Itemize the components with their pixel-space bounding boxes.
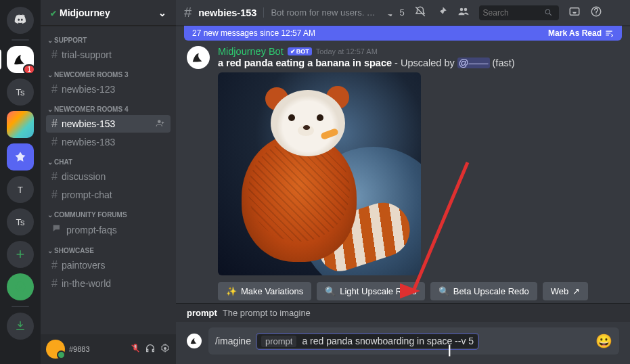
server-rainbow[interactable] (7, 111, 34, 138)
server-ts-1[interactable]: Ts (7, 78, 34, 106)
members-icon[interactable] (457, 5, 470, 20)
svg-point-1 (158, 120, 161, 123)
action-buttons: ✨Make Variations 🔍Light Upscale Redo 🔍Be… (218, 282, 619, 300)
svg-rect-6 (570, 7, 579, 15)
deafen-icon[interactable] (145, 343, 156, 356)
message-input[interactable]: /imagine prompt a red panda snowboarding… (208, 327, 619, 355)
emoji-picker-button[interactable]: 😀 (595, 333, 612, 349)
server-header[interactable]: ✔Midjourney ⌄ (41, 0, 176, 26)
main-content: # newbies-153 Bot room for new users. Ty… (176, 0, 630, 364)
hint-param-name: prompt (187, 308, 217, 318)
message: Midjourney Bot ✔ BOT Today at 12:57 AM a… (187, 46, 619, 300)
notifications-icon[interactable] (414, 5, 426, 20)
server-ts-2[interactable]: Ts (7, 208, 34, 235)
category-forums[interactable]: ⌄COMMUNITY FORUMS (43, 204, 173, 220)
param-input[interactable]: prompt a red panda snowboarding in space… (256, 334, 478, 349)
channel-list[interactable]: ⌄SUPPORT #trial-support ⌄NEWCOMER ROOMS … (41, 26, 176, 334)
beta-upscale-button[interactable]: 🔍Beta Upscale Redo (430, 282, 537, 300)
generated-image[interactable] (218, 72, 421, 275)
sparkle-icon: ✨ (226, 286, 237, 296)
hash-icon: # (51, 277, 58, 290)
svg-point-5 (545, 9, 550, 14)
message-timestamp: Today at 12:57 AM (316, 47, 378, 55)
add-server-button[interactable]: + (7, 241, 34, 268)
user-mention[interactable]: @—— (457, 58, 490, 68)
channel-title: newbies-153 (198, 7, 256, 18)
inbox-icon[interactable] (568, 5, 581, 20)
search-box[interactable] (479, 5, 559, 20)
category-showcase[interactable]: ⌄SHOWCASE (43, 240, 173, 256)
server-list: 1 Ts T Ts + (0, 0, 41, 364)
bot-tag: ✔ BOT (288, 47, 312, 55)
verified-icon: ✔ (50, 9, 57, 18)
external-link-icon: ↗ (572, 286, 580, 296)
light-upscale-button[interactable]: 🔍Light Upscale Redo (317, 282, 424, 300)
chevron-down-icon: ⌄ (158, 7, 166, 18)
new-messages-bar[interactable]: 27 new messages since 12:57 AM Mark As R… (184, 26, 622, 41)
server-name-label: Midjourney (60, 7, 110, 18)
bot-avatar[interactable] (187, 46, 210, 69)
hash-icon: # (51, 189, 58, 201)
add-member-icon[interactable] (156, 118, 165, 130)
channel-description: Bot room for new users. Typ... (263, 7, 378, 18)
help-icon[interactable] (590, 5, 602, 20)
message-input-row: /imagine prompt a red panda snowboarding… (176, 322, 630, 364)
channel-header: # newbies-153 Bot room for new users. Ty… (176, 0, 630, 26)
category-newcomer-4[interactable]: ⌄NEWCOMER ROOMS 4 (43, 99, 173, 114)
hash-bot-icon: # (51, 136, 58, 148)
channel-prompt-chat[interactable]: #prompt-chat (46, 186, 171, 204)
make-variations-button[interactable]: ✨Make Variations (218, 282, 311, 300)
channel-in-the-world[interactable]: #in-the-world (46, 275, 171, 292)
forum-icon (51, 223, 62, 237)
discord-home[interactable] (7, 7, 34, 34)
category-newcomer-3[interactable]: ⌄NEWCOMER ROOMS 3 (43, 64, 173, 80)
explore-button[interactable] (7, 273, 34, 300)
channel-newbies-123[interactable]: #newbies-123 (46, 81, 171, 98)
param-name-chip: prompt (261, 336, 296, 347)
server-t[interactable]: T (7, 176, 34, 203)
search-icon (544, 8, 553, 17)
hint-description: The prompt to imagine (223, 308, 311, 318)
magnifier-icon: 🔍 (438, 286, 449, 296)
category-chat[interactable]: ⌄CHAT (43, 152, 173, 167)
channel-prompt-faqs[interactable]: prompt-faqs (46, 221, 171, 240)
channel-paintovers[interactable]: #paintovers (46, 256, 171, 274)
svg-point-4 (464, 7, 467, 11)
pinned-icon[interactable] (436, 5, 448, 20)
command-app-avatar (187, 334, 202, 348)
user-tag: #9883 (69, 345, 126, 353)
message-author[interactable]: Midjourney Bot (218, 46, 284, 57)
channel-trial-support[interactable]: #trial-support (46, 46, 171, 64)
hash-icon: # (51, 49, 58, 61)
channel-sidebar: ✔Midjourney ⌄ ⌄SUPPORT #trial-support ⌄N… (41, 0, 176, 364)
text-cursor-icon: ┃ (447, 345, 452, 356)
magnifier-icon: 🔍 (325, 286, 336, 296)
notification-badge: 1 (23, 64, 35, 74)
download-button[interactable] (7, 313, 34, 340)
command-hint: prompt The prompt to imagine (176, 303, 630, 322)
hash-bot-icon: # (184, 5, 192, 20)
mark-as-read-button[interactable]: Mark As Read (548, 28, 614, 38)
user-avatar[interactable] (46, 340, 65, 359)
hash-bot-icon: # (51, 118, 58, 130)
web-button[interactable]: Web↗ (543, 282, 589, 300)
command-name: /imagine (215, 336, 251, 346)
category-support[interactable]: ⌄SUPPORT (43, 30, 173, 45)
channel-discussion[interactable]: #discussion (46, 168, 171, 185)
server-purple[interactable] (7, 143, 34, 170)
settings-icon[interactable] (160, 343, 171, 356)
server-midjourney[interactable]: 1 (7, 46, 34, 73)
user-panel: #9883 (41, 334, 176, 364)
mute-icon[interactable] (130, 343, 141, 356)
channel-newbies-153[interactable]: #newbies-153 (46, 115, 171, 133)
search-input[interactable] (483, 8, 544, 18)
threads-icon[interactable]: 5 (385, 7, 404, 19)
svg-point-3 (459, 7, 463, 11)
hash-bot-icon: # (51, 83, 58, 95)
channel-newbies-183[interactable]: #newbies-183 (46, 133, 171, 151)
message-text: a red panda eating a banana in space - U… (218, 58, 619, 68)
new-messages-text: 27 new messages since 12:57 AM (192, 28, 315, 38)
svg-point-2 (164, 347, 166, 350)
message-area: Midjourney Bot ✔ BOT Today at 12:57 AM a… (176, 41, 630, 303)
hash-icon: # (51, 170, 58, 183)
